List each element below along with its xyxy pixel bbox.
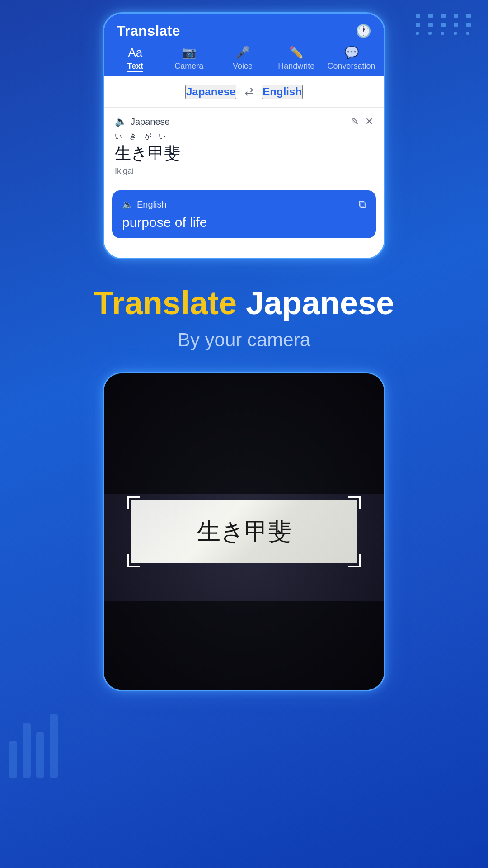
- tab-text[interactable]: Aa Text: [113, 46, 158, 72]
- dot: [416, 23, 420, 27]
- translation-language-name: English: [137, 199, 167, 210]
- corner-bracket-tr: [348, 496, 361, 509]
- translation-lang-label: 🔈 English: [122, 199, 167, 210]
- text-icon: Aa: [128, 46, 142, 60]
- corner-bracket-br: [348, 554, 361, 567]
- bar: [9, 741, 17, 778]
- speaker-icon[interactable]: 🔈: [115, 116, 127, 127]
- bar: [50, 714, 58, 778]
- camera-dark-overlay-bottom: [104, 601, 384, 690]
- tab-camera-label: Camera: [174, 61, 203, 71]
- tab-voice-label: Voice: [233, 61, 253, 71]
- headline: Translate Japanese: [18, 285, 470, 321]
- dot: [441, 23, 446, 27]
- subheadline: By your camera: [18, 329, 470, 351]
- source-language-name: Japanese: [131, 117, 170, 127]
- chat-icon: 💬: [344, 46, 359, 60]
- background-bars: [9, 714, 58, 778]
- microphone-icon: 🎤: [235, 46, 250, 60]
- edit-button[interactable]: ✎: [351, 116, 359, 127]
- camera-icon: 📷: [182, 46, 196, 60]
- corner-bracket-tl: [127, 496, 140, 509]
- tab-bar: Aa Text 📷 Camera 🎤 Voice ✏️ Handwrite 💬 …: [104, 39, 384, 76]
- swap-icon[interactable]: ⇄: [244, 85, 253, 98]
- headline-part2: Japanese: [246, 285, 394, 321]
- input-header: 🔈 Japanese ✎ ✕: [115, 116, 373, 127]
- dot: [428, 14, 433, 18]
- ruby-text: い き が い: [115, 132, 373, 142]
- input-actions: ✎ ✕: [351, 116, 373, 127]
- phone-mockup-top: Translate 🕐 Aa Text 📷 Camera 🎤 Voice ✏️ …: [104, 14, 384, 258]
- translation-speaker-icon[interactable]: 🔈: [122, 199, 133, 210]
- dot: [454, 14, 458, 18]
- translation-result: purpose of life: [122, 215, 366, 230]
- dot: [466, 14, 471, 18]
- target-language-button[interactable]: English: [262, 85, 303, 99]
- tab-handwrite[interactable]: ✏️ Handwrite: [274, 46, 319, 72]
- romanization-text: Ikigai: [115, 166, 373, 176]
- bar: [36, 732, 44, 778]
- language-selector: Japanese ⇄ English: [104, 76, 384, 108]
- dot: [416, 14, 420, 18]
- scan-region: 生き甲斐: [131, 500, 357, 563]
- dot: [466, 32, 469, 35]
- dot: [428, 32, 432, 35]
- dot: [454, 23, 458, 27]
- dot: [441, 14, 446, 18]
- tab-camera[interactable]: 📷 Camera: [166, 46, 211, 72]
- tab-voice[interactable]: 🎤 Voice: [220, 46, 265, 72]
- dot: [454, 32, 457, 35]
- dot: [416, 32, 419, 35]
- input-area: 🔈 Japanese ✎ ✕ い き が い 生き甲斐 Ikigai: [104, 108, 384, 184]
- tab-handwrite-label: Handwrite: [278, 61, 314, 71]
- corner-bracket-bl: [127, 554, 140, 567]
- tab-conversation-label: Conversation: [328, 61, 375, 71]
- source-lang-label: 🔈 Japanese: [115, 116, 170, 127]
- japanese-input-text: 生き甲斐: [115, 142, 373, 165]
- close-button[interactable]: ✕: [365, 116, 373, 127]
- scan-line: [244, 496, 244, 567]
- source-language-button[interactable]: Japanese: [185, 85, 236, 99]
- pen-icon: ✏️: [289, 46, 304, 60]
- tab-conversation[interactable]: 💬 Conversation: [328, 46, 375, 72]
- translation-box: 🔈 English ⧉ purpose of life: [112, 190, 376, 238]
- app-header: Translate 🕐: [104, 14, 384, 39]
- promo-section: Translate Japanese By your camera: [0, 258, 488, 373]
- tab-text-label: Text: [127, 61, 144, 72]
- app-title: Translate: [117, 23, 180, 39]
- dot: [428, 23, 433, 27]
- copy-icon[interactable]: ⧉: [359, 198, 366, 210]
- dot: [466, 23, 471, 27]
- background-dots: [416, 14, 474, 35]
- dot: [441, 32, 444, 35]
- phone-mockup-bottom: 生き甲斐: [104, 373, 384, 690]
- history-icon[interactable]: 🕐: [356, 24, 371, 38]
- translation-header: 🔈 English ⧉: [122, 198, 366, 210]
- headline-part1: Translate: [94, 285, 237, 321]
- camera-viewfinder: 生き甲斐: [104, 373, 384, 690]
- bar: [23, 723, 31, 778]
- camera-dark-overlay-top: [104, 373, 384, 494]
